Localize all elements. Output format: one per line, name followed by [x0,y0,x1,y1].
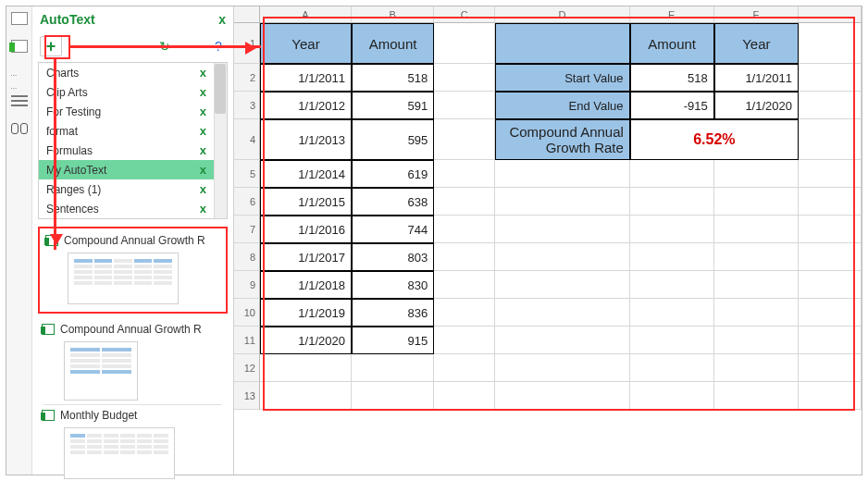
row-header[interactable]: 13 [234,382,260,410]
cell[interactable]: 1/1/2017 [260,243,352,271]
autotext-entry[interactable]: Monthly Budget [38,407,228,424]
row-header[interactable]: 2 [234,64,260,92]
find-icon[interactable] [11,123,28,136]
entry-thumbnail[interactable] [64,341,138,401]
cell[interactable]: 803 [352,243,434,271]
cell[interactable] [495,23,629,64]
cell[interactable]: 1/1/2011 [714,64,799,92]
cell[interactable]: 836 [352,299,434,327]
add-autotext-button[interactable]: + [40,36,62,56]
cell[interactable]: Year [714,23,799,64]
category-label: For Testing [46,105,200,118]
category-item-selected[interactable]: My AutoTextx [39,160,214,179]
cell[interactable]: 1/1/2012 [260,92,352,119]
entry-thumbnail[interactable] [68,253,179,304]
spreadsheet[interactable]: A B C D E F 1 2 3 4 5 6 7 8 9 10 11 12 1… [234,6,862,475]
cell[interactable]: 1/1/2019 [260,299,352,327]
row-header[interactable]: 11 [234,327,260,354]
col-header[interactable]: B [352,6,434,23]
cell[interactable]: 744 [352,216,434,243]
row-header[interactable]: 5 [234,160,260,188]
cell[interactable] [799,119,862,160]
cell[interactable]: 1/1/2013 [260,119,352,160]
category-close-icon[interactable]: x [200,163,206,177]
scrollbar[interactable] [214,63,227,218]
cell[interactable]: Amount [630,23,714,64]
cell[interactable]: 591 [352,92,434,119]
col-header[interactable]: D [495,6,630,23]
scrollbar-thumb[interactable] [215,64,226,114]
cell[interactable]: 1/1/2018 [260,271,352,299]
cell[interactable]: End Value [495,92,629,119]
row-header[interactable]: 10 [234,299,260,327]
autotext-entry[interactable]: Compound Annual Growth R [38,321,228,338]
row-header[interactable]: 3 [234,92,260,119]
cell[interactable] [799,23,862,64]
category-close-icon[interactable]: x [200,143,206,157]
cell[interactable]: 1/1/2016 [260,216,352,243]
pane-title: AutoText [40,12,218,27]
cell[interactable]: 518 [630,64,714,92]
category-close-icon[interactable]: x [200,85,206,99]
row-header[interactable]: 6 [234,188,260,216]
col-header[interactable]: E [630,6,714,23]
cell[interactable]: 619 [352,160,434,188]
doc-green-icon[interactable] [11,40,28,53]
category-label: Sentences [46,203,200,216]
cell[interactable]: Year [260,23,352,64]
cell[interactable]: 595 [352,119,434,160]
category-close-icon[interactable]: x [200,202,206,216]
row-header[interactable]: 7 [234,216,260,243]
cell[interactable]: Amount [352,23,434,64]
cell[interactable]: 1/1/2020 [714,92,799,119]
autotext-entry[interactable]: Compound Annual Growth R [42,232,224,249]
category-item[interactable]: Clip Artsx [39,82,214,102]
cell[interactable]: -915 [630,92,714,119]
cell[interactable]: 1/1/2015 [260,188,352,216]
entry-label: Compound Annual Growth R [60,323,202,336]
cagr-cell[interactable]: 6.52% [630,119,799,160]
col-header[interactable]: F [714,6,799,23]
category-item[interactable]: Sentencesx [39,199,214,218]
cell[interactable] [434,64,495,92]
cell[interactable]: Compound Annual Growth Rate [495,119,629,160]
close-pane-button[interactable]: x [218,12,226,27]
col-header[interactable]: C [434,6,495,23]
entry-label: Compound Annual Growth R [64,234,205,247]
doc-icon[interactable] [11,12,28,25]
cell[interactable] [799,64,862,92]
category-item[interactable]: Chartsx [39,63,214,82]
cell[interactable]: 638 [352,188,434,216]
category-close-icon[interactable]: x [200,66,206,80]
row-header[interactable]: 12 [234,354,260,382]
grid-icon[interactable] [11,68,28,80]
list-icon[interactable] [11,95,28,108]
row-header[interactable]: 8 [234,243,260,271]
category-close-icon[interactable]: x [200,124,206,138]
row-header[interactable]: 4 [234,119,260,160]
row-header[interactable]: 9 [234,271,260,299]
cell[interactable]: 830 [352,271,434,299]
cell[interactable] [434,23,495,64]
cell[interactable]: 518 [352,64,434,92]
entry-thumbnail[interactable] [64,427,175,479]
col-header[interactable]: A [260,6,352,23]
category-close-icon[interactable]: x [200,105,206,118]
col-header[interactable] [799,6,862,23]
cell[interactable]: Start Value [495,64,629,92]
category-close-icon[interactable]: x [200,182,206,196]
cell[interactable]: 1/1/2014 [260,160,352,188]
category-item[interactable]: formatx [39,121,214,141]
cell[interactable] [799,92,862,119]
category-item[interactable]: Formulasx [39,141,214,160]
category-item[interactable]: For Testingx [39,102,214,121]
cell[interactable]: 1/1/2020 [260,327,352,354]
select-all-corner[interactable] [234,6,260,23]
cell[interactable]: 915 [352,327,434,354]
grid: Year Amount Amount Year 1/1/2011 518 Sta… [260,23,862,475]
category-item[interactable]: Ranges (1)x [39,179,214,199]
row-headers: 1 2 3 4 5 6 7 8 9 10 11 12 13 [234,23,260,475]
cell[interactable]: 1/1/2011 [260,64,352,92]
cell[interactable] [434,92,495,119]
cell[interactable] [434,119,495,160]
